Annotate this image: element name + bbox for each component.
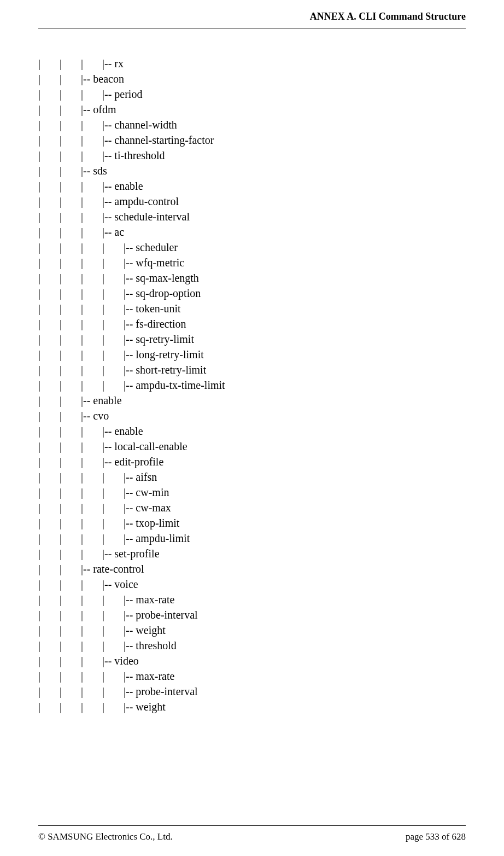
footer-copyright: © SAMSUNG Electronics Co., Ltd. <box>38 831 173 842</box>
page-header: ANNEX A. CLI Command Structure <box>0 0 504 28</box>
footer-page-number: page 533 of 628 <box>406 831 466 842</box>
footer-divider <box>38 825 466 826</box>
page-footer: © SAMSUNG Electronics Co., Ltd. page 533… <box>0 825 504 842</box>
header-title: ANNEX A. CLI Command Structure <box>310 11 466 22</box>
cli-tree-content: | | | |-- rx | | |-- beacon | | | |-- pe… <box>0 28 504 725</box>
footer-row: © SAMSUNG Electronics Co., Ltd. page 533… <box>38 831 466 842</box>
